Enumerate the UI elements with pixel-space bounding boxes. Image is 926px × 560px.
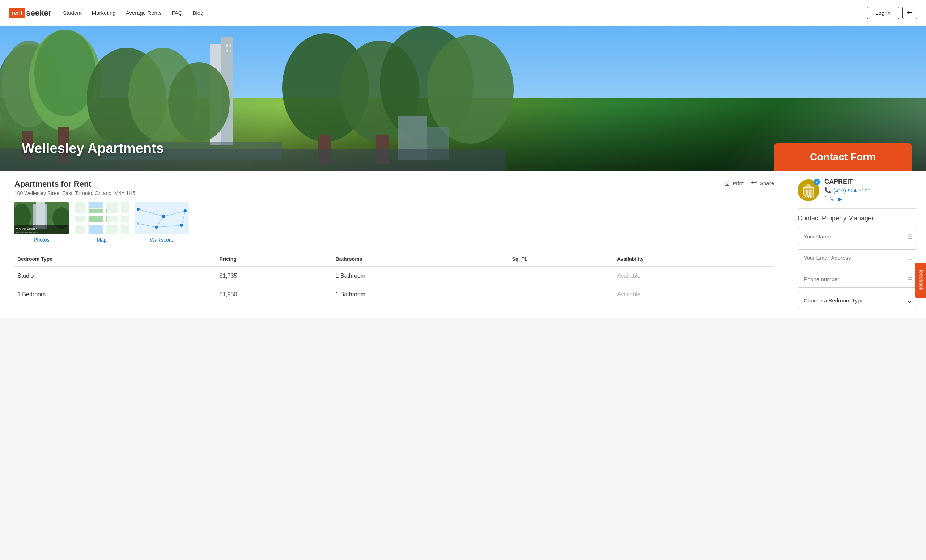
bathrooms-0: 1 Bathroom	[333, 266, 509, 285]
svg-rect-39	[118, 202, 121, 235]
company-info: ✓ CAPREIT CAPREIT 📞 (416) 924-5100 f �	[797, 171, 917, 209]
nav-average-rents[interactable]: Average Rents	[126, 10, 162, 16]
phone-field-icon: ☰	[907, 275, 912, 283]
col-bathrooms: Bathrooms	[333, 252, 509, 266]
walkscore-svg	[135, 202, 189, 235]
svg-rect-38	[103, 202, 106, 235]
share-header-button[interactable]: ⮨	[902, 6, 917, 19]
name-field-wrapper: ☰	[797, 228, 917, 245]
svg-point-14	[168, 62, 230, 142]
capreit-logo-svg: CAPREIT	[800, 182, 816, 198]
logo-brand: seeker	[26, 8, 51, 18]
walkscore-thumbnail[interactable]: Walkscore	[135, 202, 189, 243]
svg-point-50	[162, 215, 165, 218]
bedroom-select-wrapper: Choose a Bedroom Type Studio 1 Bedroom 2…	[797, 292, 917, 309]
svg-point-53	[180, 224, 183, 227]
nav-student[interactable]: Student	[63, 10, 82, 16]
col-sqft: Sq. Ft.	[509, 252, 614, 266]
svg-marker-58	[802, 184, 815, 188]
property-info: Apartments for Rent 100 Wellesley Street…	[14, 179, 135, 196]
login-button[interactable]: Log In	[867, 6, 899, 19]
right-panel: ✓ CAPREIT CAPREIT 📞 (416) 924-5100 f �	[788, 171, 926, 318]
header-actions: Log In ⮨	[867, 6, 917, 19]
contact-form-overlay: Contact Form	[774, 143, 912, 171]
map-label: Map	[97, 237, 106, 243]
share-header-icon: ⮨	[907, 10, 912, 16]
nav-blog[interactable]: Blog	[193, 10, 204, 16]
svg-rect-56	[805, 190, 808, 195]
svg-rect-55	[803, 188, 814, 195]
svg-rect-27	[36, 202, 45, 229]
svg-rect-42	[135, 202, 189, 235]
walkscore-label: Walkscore	[150, 237, 174, 243]
email-field-wrapper: ☰	[797, 249, 917, 266]
company-socials: f 𝕏 ▶	[825, 196, 871, 203]
facebook-icon[interactable]: f	[825, 196, 826, 203]
twitter-icon[interactable]: 𝕏	[829, 196, 834, 203]
email-field-icon: ☰	[907, 254, 912, 261]
bathrooms-1: 1 Bathroom	[333, 285, 509, 304]
photos-thumbnail[interactable]: Why Pay Double? Pay first month and save…	[14, 202, 69, 243]
col-bedroom-type: Bedroom Type	[14, 252, 217, 266]
phone-field-wrapper: ☰	[797, 271, 917, 288]
table-row: 1 Bedroom $1,950 1 Bathroom Available	[14, 285, 774, 304]
svg-point-51	[184, 209, 187, 212]
col-availability: Availability	[614, 252, 774, 266]
map-image	[74, 202, 129, 235]
email-input[interactable]	[797, 249, 917, 266]
availability-0: Available	[614, 266, 774, 285]
youtube-icon[interactable]: ▶	[838, 196, 842, 203]
feedback-tab[interactable]: feedback	[915, 263, 926, 298]
table-row: Studio $1,735 1 Bathroom Available	[14, 266, 774, 285]
svg-rect-8	[226, 44, 228, 47]
svg-text:CAPREIT: CAPREIT	[803, 195, 814, 198]
pricing-1: $1,950	[217, 285, 333, 304]
hero-section: Wellesley Apartments Contact Form	[0, 26, 926, 171]
svg-rect-10	[226, 50, 228, 53]
bedroom-select[interactable]: Choose a Bedroom Type Studio 1 Bedroom 2…	[797, 292, 917, 309]
main-content: Apartments for Rent 100 Wellesley Street…	[0, 171, 926, 318]
bedroom-table: Bedroom Type Pricing Bathrooms Sq. Ft. A…	[14, 252, 774, 304]
map-thumbnail[interactable]: Map	[74, 202, 129, 243]
logo-icon: rent	[9, 8, 25, 18]
header: rent seeker Student Marketing Average Re…	[0, 0, 926, 26]
phone-input[interactable]	[797, 271, 917, 288]
svg-point-54	[137, 222, 139, 225]
company-phone[interactable]: 📞 (416) 924-5100	[825, 187, 871, 194]
svg-text:Pay first month and save it!: Pay first month and save it!	[16, 231, 38, 233]
verified-badge: ✓	[814, 179, 820, 185]
bedroom-type-1: 1 Bedroom	[14, 285, 217, 304]
company-details: CAPREIT 📞 (416) 924-5100 f 𝕏 ▶	[825, 178, 871, 203]
name-input[interactable]	[797, 228, 917, 245]
table-header-row: Bedroom Type Pricing Bathrooms Sq. Ft. A…	[14, 252, 774, 266]
nav-faq[interactable]: FAQ	[172, 10, 183, 16]
svg-rect-11	[230, 50, 232, 53]
svg-point-52	[155, 226, 158, 229]
sqft-1	[509, 285, 614, 304]
property-address: 100 Wellesley Street East, Toronto, Onta…	[14, 190, 135, 196]
svg-point-3	[34, 30, 96, 117]
hero-property-name: Wellesley Apartments	[22, 141, 164, 156]
svg-rect-41	[89, 226, 103, 235]
sqft-0	[509, 266, 614, 285]
svg-rect-40	[89, 202, 103, 208]
share-button[interactable]: ⮨ Share	[751, 179, 774, 187]
svg-rect-37	[85, 202, 88, 235]
photos-image: Why Pay Double? Pay first month and save…	[14, 202, 69, 235]
photos-svg: Why Pay Double? Pay first month and save…	[14, 202, 69, 235]
svg-text:Why Pay Double?: Why Pay Double?	[16, 227, 36, 230]
map-svg	[74, 202, 129, 235]
thumbnail-gallery: Why Pay Double? Pay first month and save…	[14, 202, 774, 243]
logo[interactable]: rent seeker	[9, 8, 51, 18]
print-button[interactable]: 🖨 Print	[724, 179, 744, 187]
svg-rect-57	[809, 190, 811, 195]
print-icon: 🖨	[724, 179, 730, 187]
pricing-0: $1,735	[217, 266, 333, 285]
main-nav: Student Marketing Average Rents FAQ Blog	[63, 10, 867, 16]
nav-marketing[interactable]: Marketing	[92, 10, 116, 16]
contact-manager-title: Contact Property Manager	[797, 215, 917, 222]
photos-label: Photos	[34, 237, 50, 243]
col-pricing: Pricing	[217, 252, 333, 266]
share-icon: ⮨	[751, 179, 757, 187]
property-actions: 🖨 Print ⮨ Share	[724, 179, 774, 187]
